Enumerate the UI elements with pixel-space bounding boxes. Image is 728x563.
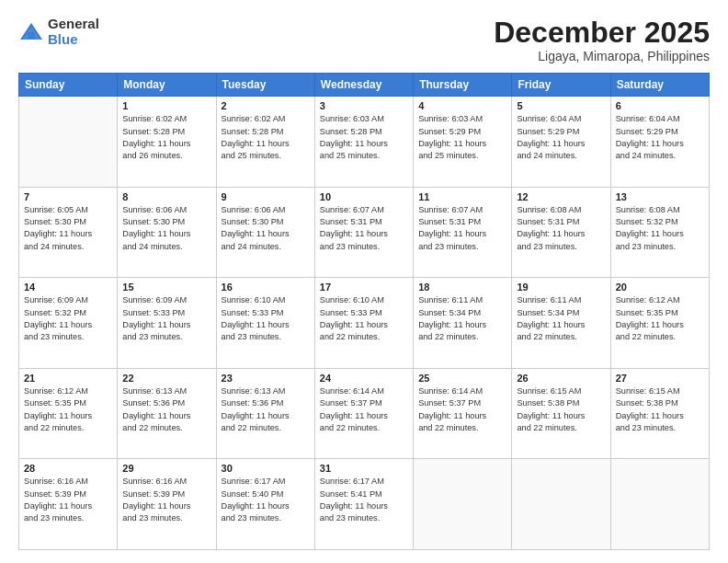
daylight-line1: Daylight: 11 hours [418, 138, 506, 150]
sunset-line: Sunset: 5:32 PM [24, 307, 112, 319]
calendar-week-row: 21Sunrise: 6:12 AMSunset: 5:35 PMDayligh… [19, 368, 710, 459]
sunrise-line: Sunrise: 6:15 AM [517, 385, 605, 397]
weekday-header: Saturday [610, 74, 709, 97]
day-number: 24 [320, 373, 408, 384]
sunset-line: Sunset: 5:30 PM [222, 216, 310, 228]
sunset-line: Sunset: 5:33 PM [222, 307, 310, 319]
calendar-cell: 7Sunrise: 6:05 AMSunset: 5:30 PMDaylight… [19, 187, 118, 278]
calendar-cell: 17Sunrise: 6:10 AMSunset: 5:33 PMDayligh… [314, 278, 413, 369]
calendar-cell [19, 97, 118, 188]
daylight-line1: Daylight: 11 hours [24, 500, 112, 512]
daylight-line2: and 23 minutes. [616, 241, 704, 253]
calendar-table: SundayMondayTuesdayWednesdayThursdayFrid… [18, 73, 710, 550]
logo-blue: Blue [48, 32, 99, 48]
calendar-cell: 12Sunrise: 6:08 AMSunset: 5:31 PMDayligh… [512, 187, 610, 278]
sunset-line: Sunset: 5:31 PM [320, 216, 408, 228]
sunset-line: Sunset: 5:36 PM [122, 397, 210, 409]
sunrise-line: Sunrise: 6:04 AM [616, 113, 704, 125]
sunrise-line: Sunrise: 6:06 AM [122, 204, 210, 216]
day-number: 7 [24, 191, 112, 202]
daylight-line1: Daylight: 11 hours [122, 410, 210, 422]
sunrise-line: Sunrise: 6:07 AM [320, 204, 408, 216]
daylight-line1: Daylight: 11 hours [24, 410, 112, 422]
sunset-line: Sunset: 5:30 PM [122, 216, 210, 228]
day-number: 1 [122, 100, 210, 111]
sunrise-line: Sunrise: 6:05 AM [24, 204, 112, 216]
sunset-line: Sunset: 5:28 PM [222, 126, 310, 138]
sunset-line: Sunset: 5:40 PM [222, 488, 310, 500]
daylight-line2: and 22 minutes. [24, 422, 112, 434]
sunrise-line: Sunrise: 6:17 AM [222, 476, 310, 488]
sunrise-line: Sunrise: 6:03 AM [320, 113, 408, 125]
daylight-line1: Daylight: 11 hours [222, 500, 310, 512]
daylight-line1: Daylight: 11 hours [222, 410, 310, 422]
daylight-line1: Daylight: 11 hours [122, 228, 210, 240]
daylight-line2: and 22 minutes. [418, 331, 506, 343]
calendar-cell: 28Sunrise: 6:16 AMSunset: 5:39 PMDayligh… [19, 459, 118, 550]
calendar-cell: 13Sunrise: 6:08 AMSunset: 5:32 PMDayligh… [610, 187, 709, 278]
sunrise-line: Sunrise: 6:07 AM [418, 204, 506, 216]
sunset-line: Sunset: 5:30 PM [24, 216, 112, 228]
daylight-line1: Daylight: 11 hours [616, 319, 704, 331]
daylight-line1: Daylight: 11 hours [320, 500, 408, 512]
day-number: 17 [320, 282, 408, 293]
calendar-cell: 6Sunrise: 6:04 AMSunset: 5:29 PMDaylight… [610, 97, 709, 188]
weekday-header: Sunday [19, 74, 118, 97]
daylight-line2: and 23 minutes. [222, 331, 310, 343]
sunrise-line: Sunrise: 6:13 AM [122, 385, 210, 397]
calendar-cell: 20Sunrise: 6:12 AMSunset: 5:35 PMDayligh… [610, 278, 709, 369]
sunset-line: Sunset: 5:33 PM [320, 307, 408, 319]
sunrise-line: Sunrise: 6:08 AM [517, 204, 605, 216]
weekday-header: Wednesday [314, 74, 413, 97]
day-number: 6 [616, 100, 704, 111]
day-number: 13 [616, 191, 704, 202]
weekday-header: Friday [512, 74, 610, 97]
sunset-line: Sunset: 5:31 PM [517, 216, 605, 228]
daylight-line2: and 23 minutes. [517, 241, 605, 253]
sunrise-line: Sunrise: 6:10 AM [222, 294, 310, 306]
daylight-line2: and 23 minutes. [24, 331, 112, 343]
daylight-line1: Daylight: 11 hours [222, 138, 310, 150]
calendar-cell: 4Sunrise: 6:03 AMSunset: 5:29 PMDaylight… [414, 97, 512, 188]
daylight-line2: and 22 minutes. [320, 331, 408, 343]
calendar-cell: 5Sunrise: 6:04 AMSunset: 5:29 PMDaylight… [512, 97, 610, 188]
daylight-line2: and 22 minutes. [616, 331, 704, 343]
daylight-line1: Daylight: 11 hours [418, 228, 506, 240]
sunrise-line: Sunrise: 6:09 AM [122, 294, 210, 306]
sunrise-line: Sunrise: 6:12 AM [616, 294, 704, 306]
calendar-week-row: 14Sunrise: 6:09 AMSunset: 5:32 PMDayligh… [19, 278, 710, 369]
day-number: 10 [320, 191, 408, 202]
daylight-line1: Daylight: 11 hours [517, 410, 605, 422]
day-number: 12 [517, 191, 605, 202]
daylight-line1: Daylight: 11 hours [616, 410, 704, 422]
header: General Blue December 2025 Ligaya, Mimar… [18, 17, 710, 63]
daylight-line1: Daylight: 11 hours [24, 319, 112, 331]
daylight-line1: Daylight: 11 hours [320, 319, 408, 331]
calendar-cell: 23Sunrise: 6:13 AMSunset: 5:36 PMDayligh… [216, 368, 314, 459]
daylight-line1: Daylight: 11 hours [517, 228, 605, 240]
daylight-line1: Daylight: 11 hours [418, 410, 506, 422]
day-number: 14 [24, 282, 112, 293]
weekday-header: Thursday [414, 74, 512, 97]
sunrise-line: Sunrise: 6:02 AM [122, 113, 210, 125]
sunset-line: Sunset: 5:38 PM [517, 397, 605, 409]
daylight-line2: and 22 minutes. [517, 422, 605, 434]
sunset-line: Sunset: 5:32 PM [616, 216, 704, 228]
sunset-line: Sunset: 5:37 PM [418, 397, 506, 409]
calendar-cell [610, 459, 709, 550]
sunrise-line: Sunrise: 6:16 AM [24, 476, 112, 488]
calendar-cell: 15Sunrise: 6:09 AMSunset: 5:33 PMDayligh… [118, 278, 216, 369]
logo-icon [18, 19, 44, 45]
daylight-line2: and 22 minutes. [122, 422, 210, 434]
day-number: 30 [222, 463, 310, 474]
calendar-cell: 16Sunrise: 6:10 AMSunset: 5:33 PMDayligh… [216, 278, 314, 369]
daylight-line2: and 25 minutes. [418, 150, 506, 162]
calendar-page: General Blue December 2025 Ligaya, Mimar… [0, 0, 728, 563]
daylight-line1: Daylight: 11 hours [517, 319, 605, 331]
day-number: 4 [418, 100, 506, 111]
sunset-line: Sunset: 5:38 PM [616, 397, 704, 409]
location: Ligaya, Mimaropa, Philippines [494, 49, 710, 63]
sunrise-line: Sunrise: 6:04 AM [517, 113, 605, 125]
sunset-line: Sunset: 5:31 PM [418, 216, 506, 228]
sunrise-line: Sunrise: 6:14 AM [320, 385, 408, 397]
